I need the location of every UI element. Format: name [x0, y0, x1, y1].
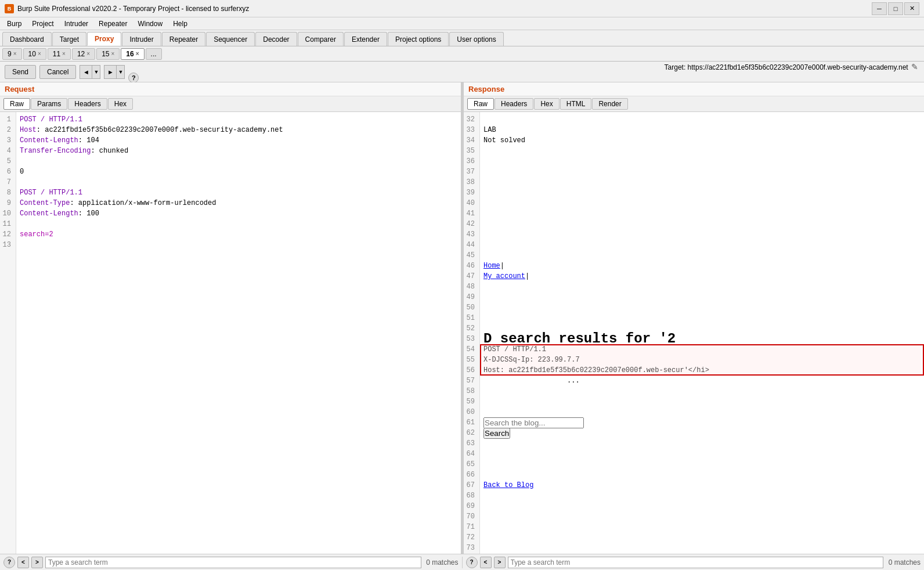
req-help-button[interactable]: ? [3, 557, 15, 568]
req-tab-raw[interactable]: Raw [3, 98, 30, 110]
response-line-numbers: 3233343536373839404142434445464748495051… [464, 112, 480, 554]
req-code-line-10: Content-Length: 100 [20, 208, 457, 219]
app-icon: B [5, 4, 14, 13]
request-code[interactable]: POST / HTTP/1.1Host: ac221fbd1e5f35b6c02… [16, 112, 461, 554]
main-tab-user-options[interactable]: User options [449, 32, 503, 46]
resp-code-line-45 [483, 250, 921, 261]
req-line-num-7: 7 [2, 177, 13, 187]
close-button[interactable]: ✕ [904, 2, 919, 15]
sub-tab-15[interactable]: 15× [96, 48, 120, 60]
resp-tab-headers[interactable]: Headers [495, 98, 533, 110]
close-sub-tab-9[interactable]: × [13, 50, 17, 57]
sub-tab-11[interactable]: 11× [48, 48, 71, 60]
req-code-line-7 [20, 177, 457, 187]
resp-line-num-74: 74 [466, 553, 477, 554]
resp-code-line-50 [483, 302, 921, 313]
req-line-num-12: 12 [2, 229, 13, 240]
resp-code-line-44 [483, 240, 921, 250]
resp-help-button[interactable]: ? [466, 557, 478, 568]
main-tab-sequencer[interactable]: Sequencer [206, 32, 255, 46]
req-line-num-2: 2 [2, 125, 13, 135]
request-tabs: RawParamsHeadersHex [0, 96, 461, 112]
req-next-match-button[interactable]: > [31, 557, 43, 568]
resp-line-num-57: 57 [466, 376, 477, 386]
send-button[interactable]: Send [5, 65, 36, 79]
resp-line-num-42: 42 [466, 219, 477, 229]
resp-code-line-74 [483, 553, 921, 554]
resp-line-num-65: 65 [466, 459, 477, 470]
close-sub-tab-10[interactable]: × [38, 50, 41, 57]
req-tab-headers[interactable]: Headers [68, 98, 107, 110]
resp-code-line-46: Home| [483, 261, 921, 271]
nav-next-button[interactable]: ► [104, 65, 117, 79]
req-search-input[interactable] [45, 557, 421, 568]
sub-tab-10[interactable]: 10× [23, 48, 46, 60]
minimize-button[interactable]: ─ [872, 2, 887, 15]
nav-prev-dropdown[interactable]: ▼ [92, 65, 100, 79]
target-help-button[interactable]: ? [128, 73, 139, 83]
resp-line-num-45: 45 [466, 250, 477, 261]
main-tab-project-options[interactable]: Project options [388, 32, 449, 46]
main-tab-decoder[interactable]: Decoder [255, 32, 297, 46]
resp-line-num-62: 62 [466, 428, 477, 438]
resp-line-num-44: 44 [466, 240, 477, 250]
resp-tab-raw[interactable]: Raw [467, 98, 494, 110]
req-line-num-1: 1 [2, 114, 13, 125]
sub-tab-9[interactable]: 9× [2, 48, 22, 60]
sub-tab-12[interactable]: 12× [72, 48, 95, 60]
menu-item-project[interactable]: Project [27, 19, 58, 29]
sub-tab-16[interactable]: 16× [121, 48, 144, 60]
close-sub-tab-12[interactable]: × [86, 50, 90, 57]
menu-item-intruder[interactable]: Intruder [60, 19, 93, 29]
main-tab-intruder[interactable]: Intruder [122, 32, 161, 46]
resp-next-match-button[interactable]: > [494, 557, 506, 568]
resp-search-input[interactable] [508, 557, 884, 568]
req-code-line-6: 0 [20, 167, 457, 177]
resp-line-num-53: 53 [466, 334, 477, 344]
menu-item-help[interactable]: Help [168, 19, 192, 29]
resp-line-num-59: 59 [466, 396, 477, 407]
menu-item-burp[interactable]: Burp [2, 19, 26, 29]
resp-line-num-36: 36 [466, 156, 477, 167]
req-tab-params[interactable]: Params [31, 98, 67, 110]
resp-tab-render[interactable]: Render [592, 98, 627, 110]
main-tab-repeater[interactable]: Repeater [162, 32, 205, 46]
cancel-button[interactable]: Cancel [39, 65, 76, 79]
resp-line-num-34: 34 [466, 135, 477, 146]
req-code-line-4: Transfer-Encoding: chunked [20, 146, 457, 156]
response-panel: Response RawHeadersHexHTMLRender 3233343… [464, 82, 924, 554]
sub-tab-...[interactable]: ... [146, 48, 162, 60]
req-code-line-9: Content-Type: application/x-www-form-url… [20, 198, 457, 208]
resp-tab-html[interactable]: HTML [560, 98, 592, 110]
response-code[interactable]: LAB Not solved Home| [480, 112, 924, 554]
resp-prev-match-button[interactable]: < [480, 557, 492, 568]
resp-line-num-39: 39 [466, 187, 477, 198]
main-tab-extender[interactable]: Extender [344, 32, 387, 46]
req-line-num-11: 11 [2, 219, 13, 229]
resp-code-line-66 [483, 470, 921, 480]
resp-code-line-69 [483, 501, 921, 511]
resp-tab-hex[interactable]: Hex [534, 98, 559, 110]
main-tab-dashboard[interactable]: Dashboard [2, 32, 52, 46]
menu-bar: BurpProjectIntruderRepeaterWindowHelp [0, 17, 924, 30]
resp-code-line-36 [483, 156, 921, 167]
nav-prev-button[interactable]: ◄ [80, 65, 92, 79]
resp-code-line-35 [483, 146, 921, 156]
req-prev-match-button[interactable]: < [17, 557, 29, 568]
close-sub-tab-11[interactable]: × [62, 50, 66, 57]
content-area: Request RawParamsHeadersHex 123456789101… [0, 82, 924, 554]
main-tab-proxy[interactable]: Proxy [87, 32, 121, 46]
menu-item-window[interactable]: Window [133, 19, 167, 29]
response-panel-header: Response [464, 82, 924, 96]
req-tab-hex[interactable]: Hex [108, 98, 133, 110]
close-sub-tab-15[interactable]: × [111, 50, 115, 57]
main-tab-comparer[interactable]: Comparer [298, 32, 344, 46]
maximize-button[interactable]: □ [888, 2, 903, 15]
resp-line-num-38: 38 [466, 177, 477, 187]
main-tab-target[interactable]: Target [52, 32, 86, 46]
nav-next-dropdown[interactable]: ▼ [117, 65, 125, 79]
edit-target-button[interactable]: ✎ [910, 61, 919, 73]
resp-code-line-34: Not solved [483, 135, 921, 146]
close-sub-tab-16[interactable]: × [136, 50, 139, 57]
menu-item-repeater[interactable]: Repeater [94, 19, 132, 29]
